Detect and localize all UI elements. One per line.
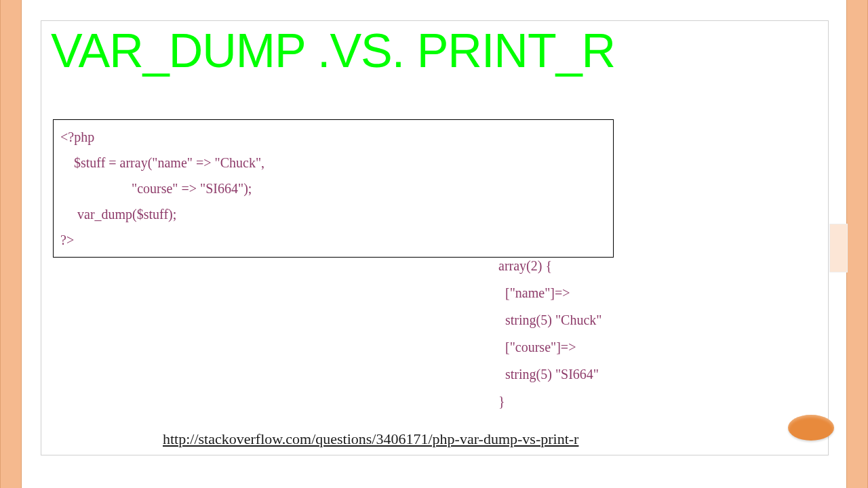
slide-number-badge [788, 415, 834, 441]
output-line: array(2) { [498, 252, 675, 279]
code-line: $stuff = array("name" => "Chuck", [60, 150, 606, 176]
left-decorative-stripe [0, 0, 22, 488]
output-line: } [498, 388, 675, 415]
code-line: <?php [60, 124, 606, 150]
output-line: string(5) "SI664" [498, 361, 675, 388]
code-line: ?> [60, 227, 606, 253]
right-accent-block [829, 224, 848, 272]
output-line: ["course"]=> [498, 333, 675, 361]
code-line: var_dump($stuff); [60, 201, 606, 227]
output-line: string(5) "Chuck" [498, 306, 675, 333]
output-block: array(2) { ["name"]=> string(5) "Chuck" … [498, 252, 675, 415]
slide-title: VAR_DUMP .VS. PRINT_R [51, 24, 615, 78]
right-decorative-stripe [846, 0, 868, 488]
code-line: "course" => "SI664"); [60, 176, 606, 201]
php-code-block: <?php $stuff = array("name" => "Chuck", … [53, 119, 614, 258]
output-line: ["name"]=> [498, 279, 675, 306]
reference-link[interactable]: http://stackoverflow.com/questions/34061… [163, 430, 578, 448]
